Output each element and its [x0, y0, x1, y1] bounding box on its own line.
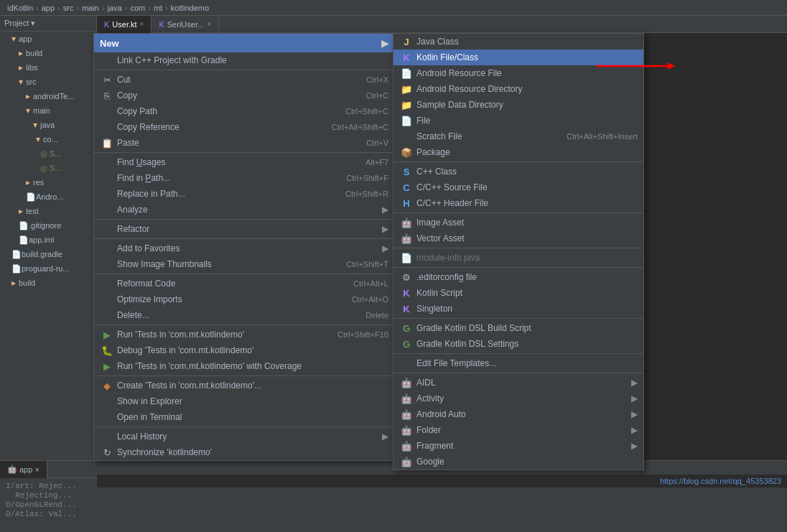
breadcrumb-item[interactable]: kotlindemo [171, 4, 209, 12]
menu-item-find-in-path[interactable]: Find in Path... Ctrl+Shift+F [94, 170, 394, 186]
menu-item-create-tests[interactable]: ◆ Create 'Tests in 'com.mt.kotlindemo'..… [94, 378, 394, 393]
menu-item-kotlin-script[interactable]: K Kotlin Script [394, 285, 643, 301]
menu-item-scratch-file[interactable]: Scratch File Ctrl+Alt+Shift+Insert [394, 129, 643, 144]
menu-item-edit-templates[interactable]: Edit File Templates... [394, 355, 643, 371]
sidebar-item-libs[interactable]: ▸ libs [0, 60, 96, 75]
breadcrumb-item[interactable]: app [42, 4, 55, 12]
tab-close-button[interactable]: × [207, 20, 211, 28]
menu-item-label: Kotlin File/Class [416, 52, 638, 62]
menu-item-find-usages[interactable]: Find Usages Alt+F7 [94, 154, 394, 170]
tab-close-button[interactable]: × [140, 20, 144, 28]
gradle-icon: G [399, 323, 414, 334]
menu-item-kotlin-file[interactable]: K Kotlin File/Class [394, 50, 643, 65]
menu-item-image-asset[interactable]: 🤖 Image Asset [394, 215, 643, 230]
menu-item-open-terminal[interactable]: Open in Terminal [94, 409, 394, 425]
menu-item-show-explorer[interactable]: Show in Explorer [94, 393, 394, 409]
menu-item-gradle-build[interactable]: G Gradle Kotlin DSL Build Script [394, 320, 643, 336]
shortcut-label: Ctrl+Shift+F10 [337, 330, 388, 339]
menu-item-paste[interactable]: 📋 Paste Ctrl+V [94, 135, 394, 151]
menu-item-sample-data-dir[interactable]: 📁 Sample Data Directory [394, 97, 643, 113]
sidebar-item-test[interactable]: ▸ test [0, 204, 96, 218]
menu-item-android-resource-file[interactable]: 📄 Android Resource File [394, 65, 643, 81]
breadcrumb-item[interactable]: com [131, 4, 146, 12]
breadcrumb-item[interactable]: idKotlin [7, 4, 33, 12]
cpp-class-icon: S [399, 167, 414, 177]
sidebar-item-appiml[interactable]: 📄 app.iml [0, 233, 96, 247]
sidebar-item-build2[interactable]: ▸ build [0, 276, 96, 290]
breadcrumb-item[interactable]: mt [154, 4, 162, 12]
menu-item-local-history[interactable]: Local History ▶ [94, 429, 394, 444]
menu-item-android-resource-dir[interactable]: 📁 Android Resource Directory [394, 81, 643, 97]
breadcrumb-item[interactable]: java [108, 4, 122, 12]
bottom-tab-app[interactable]: 🤖 app × [0, 461, 47, 478]
sidebar-item-main[interactable]: ▾ main [0, 103, 96, 118]
folder-icon: ▾ [19, 77, 23, 87]
sidebar-item-androidmanifest[interactable]: 📄 Andro... [0, 190, 96, 204]
sidebar-item-com[interactable]: ▾ co... [0, 132, 96, 146]
sidebar-item-java[interactable]: ▾ java [0, 118, 96, 132]
menu-item-copy-path[interactable]: Copy Path Ctrl+Shift+C [94, 103, 394, 119]
sidebar-item-buildgradle[interactable]: 📄 build.gradle [0, 247, 96, 261]
sidebar-item-label: S... [50, 164, 62, 172]
menu-item-link-cpp[interactable]: Link C++ Project with Gradle [94, 52, 394, 68]
menu-item-optimize-imports[interactable]: Optimize Imports Ctrl+Alt+O [94, 291, 394, 307]
folder-icon: ▸ [26, 177, 30, 187]
menu-header-new[interactable]: New ▶ [94, 34, 394, 52]
android-resource-icon: 📄 [399, 68, 414, 79]
menu-item-android-auto[interactable]: 🤖 Android Auto ▶ [394, 406, 643, 422]
menu-item-add-favorites[interactable]: Add to Favorites ▶ [94, 241, 394, 256]
sidebar-header[interactable]: Project ▾ [0, 16, 96, 32]
menu-item-refactor[interactable]: Refactor ▶ [94, 221, 394, 237]
menu-item-replace-in-path[interactable]: Replace in Path... Ctrl+Shift+R [94, 186, 394, 202]
menu-item-cpp-source[interactable]: C C/C++ Source File [394, 179, 643, 195]
sidebar-item-src[interactable]: ▾ src [0, 75, 96, 89]
menu-item-editorconfig[interactable]: ⚙ .editorconfig file [394, 269, 643, 285]
sidebar-item-res[interactable]: ▸ res [0, 175, 96, 190]
menu-item-google[interactable]: 🤖 Google [394, 454, 643, 470]
menu-item-debug-tests[interactable]: 🐛 Debug 'Tests in 'com.mt.kotlindemo' [94, 342, 394, 358]
sidebar-item-androidtest[interactable]: ▸ androidTe... [0, 89, 96, 103]
breadcrumb-item[interactable]: main [82, 4, 99, 12]
menu-item-singleton[interactable]: K Singleton [394, 301, 643, 317]
menu-separator [94, 219, 394, 220]
menu-item-reformat[interactable]: Reformat Code Ctrl+Alt+L [94, 276, 394, 291]
context-menu-main: New ▶ Link C++ Project with Gradle ✂ Cut… [93, 33, 395, 461]
folder-icon: ▸ [19, 48, 23, 58]
debug-icon: 🐛 [100, 345, 114, 356]
tab-seriuser[interactable]: K SeriUser... × [152, 16, 219, 33]
menu-item-copy-reference[interactable]: Copy Reference Ctrl+Alt+Shift+C [94, 119, 394, 135]
tab-userkt[interactable]: K User.kt × [97, 16, 152, 33]
breadcrumb-item[interactable]: src [63, 4, 74, 12]
shortcut-label: Ctrl+Alt+O [352, 295, 388, 304]
menu-item-cut[interactable]: ✂ Cut Ctrl+X [94, 72, 394, 88]
sidebar-item-file2[interactable]: ◎ S... [0, 161, 96, 175]
menu-item-aidl[interactable]: 🤖 AIDL ▶ [394, 375, 643, 391]
menu-item-cpp-class[interactable]: S C++ Class [394, 164, 643, 179]
menu-item-delete[interactable]: Delete... Delete [94, 307, 394, 323]
menu-item-run-coverage[interactable]: ▶ Run 'Tests in 'com.mt.kotlindemo' with… [94, 358, 394, 374]
menu-item-activity[interactable]: 🤖 Activity ▶ [394, 391, 643, 406]
android-icon: 🤖 [399, 441, 414, 452]
sidebar-item-app[interactable]: ▾ app [0, 32, 96, 46]
menu-item-synchronize[interactable]: ↻ Synchronize 'kotlindemo' [94, 444, 394, 460]
menu-item-gradle-settings[interactable]: G Gradle Kotlin DSL Settings [394, 336, 643, 352]
menu-item-label: Java Class [416, 37, 638, 47]
sidebar-item-build[interactable]: ▸ build [0, 46, 96, 60]
sidebar-item-file1[interactable]: ◎ S... [0, 146, 96, 161]
url-link[interactable]: https://blog.csdn.net/qq_45353823 [660, 477, 781, 485]
menu-item-cpp-header[interactable]: H C/C++ Header File [394, 195, 643, 211]
menu-item-analyze[interactable]: Analyze ▶ [94, 202, 394, 218]
menu-separator [94, 325, 394, 325]
menu-item-show-thumbnails[interactable]: Show Image Thumbnails Ctrl+Shift+T [94, 256, 394, 272]
menu-item-package[interactable]: 📦 Package [394, 144, 643, 160]
menu-item-folder[interactable]: 🤖 Folder ▶ [394, 422, 643, 438]
menu-item-copy[interactable]: ⎘ Copy Ctrl+C [94, 88, 394, 103]
menu-item-run-tests[interactable]: ▶ Run 'Tests in 'com.mt.kotlindemo' Ctrl… [94, 327, 394, 342]
sidebar-item-proguard[interactable]: 📄 proguard-ru... [0, 261, 96, 276]
menu-item-fragment[interactable]: 🤖 Fragment ▶ [394, 438, 643, 454]
sidebar-item-gitignore[interactable]: 📄 .gitignore [0, 218, 96, 233]
menu-item-java-class[interactable]: J Java Class [394, 34, 643, 50]
menu-item-file[interactable]: 📄 File [394, 113, 643, 129]
menu-item-vector-asset[interactable]: 🤖 Vector Asset [394, 230, 643, 246]
menu-item-label: Optimize Imports [117, 294, 337, 304]
